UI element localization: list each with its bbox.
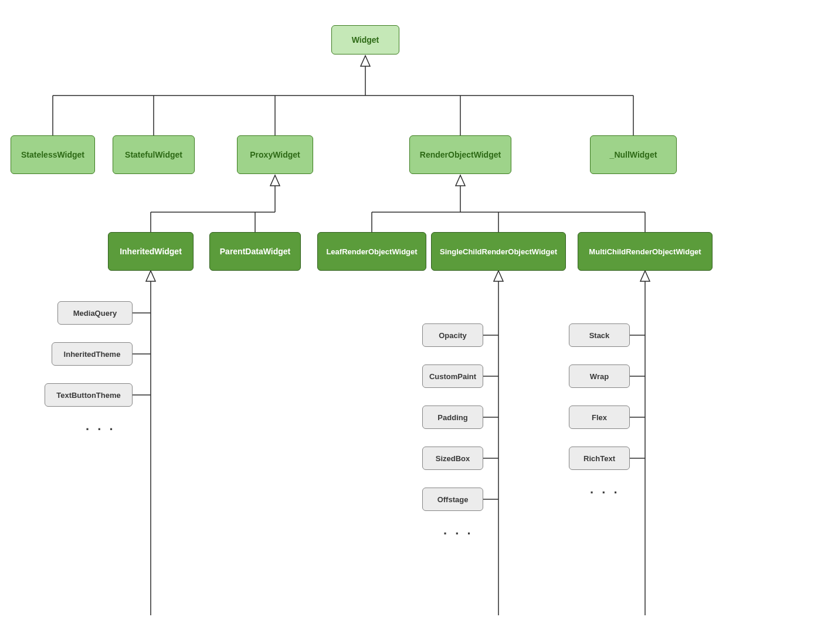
svg-marker-8	[270, 175, 280, 186]
node-statefulwidget[interactable]: StatefulWidget	[113, 135, 195, 174]
svg-marker-31	[640, 271, 650, 281]
svg-marker-24	[494, 271, 503, 281]
node-opacity[interactable]: Opacity	[422, 323, 483, 347]
node-sizedbox[interactable]: SizedBox	[422, 447, 483, 470]
node-widget[interactable]: Widget	[331, 25, 399, 54]
node-offstage[interactable]: Offstage	[422, 488, 483, 511]
node-statelesswidget[interactable]: StatelessWidget	[11, 135, 95, 174]
ellipsis-singlechild: . . .	[443, 523, 473, 538]
node-custompaint[interactable]: CustomPaint	[422, 364, 483, 388]
ellipsis-inherited: . . .	[86, 418, 116, 434]
node-textbuttontheme[interactable]: TextButtonTheme	[45, 383, 133, 407]
node-proxywidget[interactable]: ProxyWidget	[237, 135, 313, 174]
svg-marker-0	[361, 56, 370, 66]
node-padding[interactable]: Padding	[422, 406, 483, 429]
node-wrap[interactable]: Wrap	[569, 364, 630, 388]
node-inheritedtheme[interactable]: InheritedTheme	[52, 342, 133, 366]
ellipsis-multichild: . . .	[590, 482, 620, 497]
node-multichildrenderobjectwidget[interactable]: MultiChildRenderObjectWidget	[578, 232, 713, 271]
node-renderobjectwidget[interactable]: RenderObjectWidget	[409, 135, 511, 174]
node-inheritedwidget[interactable]: InheritedWidget	[108, 232, 194, 271]
node-mediaquery[interactable]: MediaQuery	[57, 301, 133, 325]
node-singlechildrenderobjectwidget[interactable]: SingleChildRenderObjectWidget	[431, 232, 566, 271]
svg-marker-19	[146, 271, 155, 281]
node-parentdatawidget[interactable]: ParentDataWidget	[209, 232, 301, 271]
node-leafrenderobjectwidget[interactable]: LeafRenderObjectWidget	[317, 232, 426, 271]
node-nullwidget[interactable]: _NullWidget	[590, 135, 677, 174]
node-flex[interactable]: Flex	[569, 406, 630, 429]
svg-marker-13	[456, 175, 465, 186]
node-stack[interactable]: Stack	[569, 323, 630, 347]
node-richtext[interactable]: RichText	[569, 447, 630, 470]
